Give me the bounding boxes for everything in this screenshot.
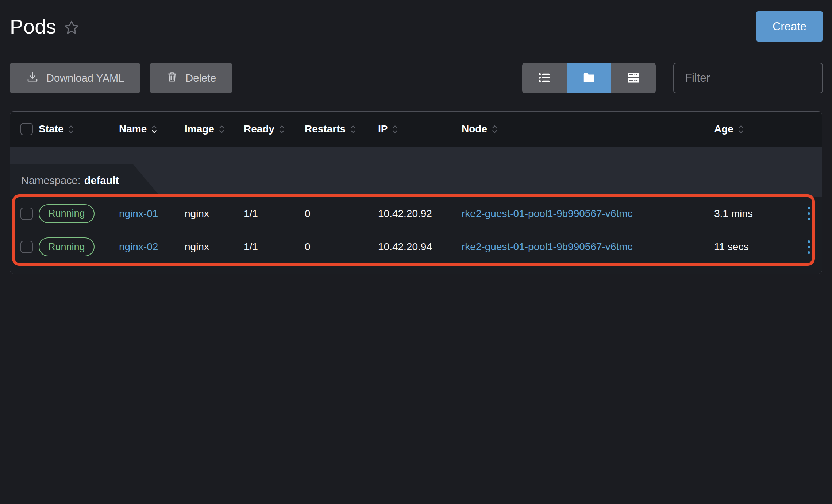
delete-label: Delete <box>185 72 216 84</box>
table-row-nginx-01: Running nginx-01 nginx 1/1 0 10.42.20.92… <box>10 197 822 230</box>
row-actions-kebab-icon[interactable] <box>800 203 818 225</box>
row-actions-kebab-icon[interactable] <box>800 236 818 258</box>
grouped-rows-icon <box>627 71 640 86</box>
restarts-cell: 0 <box>305 208 378 220</box>
filter-input[interactable] <box>673 63 823 93</box>
select-all-checkbox[interactable] <box>20 123 33 135</box>
trash-icon <box>166 71 178 85</box>
grouped-view-button[interactable] <box>611 63 656 93</box>
view-mode-toggle <box>522 63 656 93</box>
node-link[interactable]: rke2-guest-01-pool1-9b990567-v6tmc <box>462 208 633 219</box>
list-icon <box>538 71 551 86</box>
pod-name-link[interactable]: nginx-01 <box>119 208 158 219</box>
sort-icon <box>68 125 74 133</box>
column-header-image[interactable]: Image <box>185 123 244 135</box>
namespace-group-row: Namespace: default <box>10 147 822 197</box>
ready-cell: 1/1 <box>244 208 305 220</box>
restarts-cell: 0 <box>305 241 378 253</box>
sort-icon <box>350 125 356 133</box>
column-header-state[interactable]: State <box>39 123 119 135</box>
list-view-button[interactable] <box>522 63 567 93</box>
page-header: Pods Create <box>0 0 832 42</box>
namespace-tab: Namespace: default <box>10 164 161 197</box>
ip-cell: 10.42.20.94 <box>378 241 462 253</box>
table-footer-spacer <box>10 263 822 274</box>
sort-icon-active <box>151 125 157 133</box>
folder-icon <box>582 71 596 85</box>
pods-table: State Name Image Ready <box>10 111 822 274</box>
favorite-star-icon[interactable] <box>63 19 80 35</box>
column-header-ready[interactable]: Ready <box>244 123 305 135</box>
namespace-label: Namespace: <box>21 175 81 187</box>
download-icon <box>26 70 39 86</box>
sort-icon <box>392 125 398 133</box>
page-title: Pods <box>10 15 56 38</box>
delete-button[interactable]: Delete <box>150 63 232 93</box>
download-yaml-label: Download YAML <box>46 72 124 84</box>
image-cell: nginx <box>185 241 244 253</box>
download-yaml-button[interactable]: Download YAML <box>10 63 140 93</box>
row-checkbox[interactable] <box>20 208 33 220</box>
row-checkbox[interactable] <box>20 241 33 253</box>
create-button[interactable]: Create <box>756 11 823 42</box>
folder-view-button[interactable] <box>567 63 611 93</box>
sort-icon <box>492 125 498 133</box>
column-header-node[interactable]: Node <box>462 123 714 135</box>
status-badge: Running <box>39 204 95 223</box>
node-link[interactable]: rke2-guest-01-pool1-9b990567-v6tmc <box>462 241 633 252</box>
namespace-value: default <box>84 175 119 187</box>
column-header-ip[interactable]: IP <box>378 123 462 135</box>
sort-icon <box>738 125 744 133</box>
pod-name-link[interactable]: nginx-02 <box>119 241 158 252</box>
column-header-name[interactable]: Name <box>119 123 185 135</box>
age-cell: 11 secs <box>714 241 796 253</box>
column-header-restarts[interactable]: Restarts <box>305 123 378 135</box>
status-badge: Running <box>39 237 95 256</box>
sort-icon <box>219 125 225 133</box>
column-header-age[interactable]: Age <box>714 123 796 135</box>
toolbar: Download YAML Delete <box>10 63 823 93</box>
age-cell: 3.1 mins <box>714 208 796 220</box>
sort-icon <box>279 125 285 133</box>
table-header: State Name Image Ready <box>10 112 822 147</box>
image-cell: nginx <box>185 208 244 220</box>
ip-cell: 10.42.20.92 <box>378 208 462 220</box>
ready-cell: 1/1 <box>244 241 305 253</box>
table-row-nginx-02: Running nginx-02 nginx 1/1 0 10.42.20.94… <box>10 230 822 263</box>
